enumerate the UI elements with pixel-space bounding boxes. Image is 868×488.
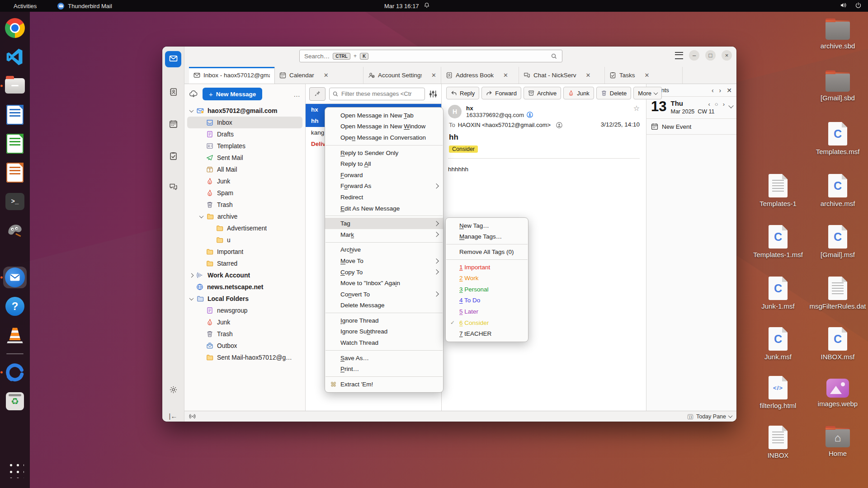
tag-item-new-tag-[interactable]: New Tag… xyxy=(446,220,528,231)
date-expand-chevron[interactable] xyxy=(728,103,733,108)
tab-close-icon[interactable]: ✕ xyxy=(503,72,508,79)
events-close-button[interactable]: ✕ xyxy=(726,87,732,94)
display-options-icon[interactable] xyxy=(429,89,438,99)
settings-gear-button[interactable] xyxy=(166,383,180,398)
app-menu-button[interactable] xyxy=(675,52,683,59)
menu-item-reply-to-sender-only[interactable]: Reply to Sender Only xyxy=(325,147,443,159)
desktop-icon-junk-msf[interactable]: CJunk.msf xyxy=(749,327,807,361)
chevron-down-icon[interactable] xyxy=(189,296,194,300)
events-prev-button[interactable]: ‹ xyxy=(712,87,714,94)
junk-button[interactable]: Junk xyxy=(563,87,594,99)
dock-item-terminal[interactable]: >_ xyxy=(3,191,27,212)
menu-item-mark[interactable]: Mark xyxy=(325,229,443,240)
menu-item-open-message-in-new-window[interactable]: Open Message in New Window xyxy=(325,121,443,132)
tab-close-icon[interactable]: ✕ xyxy=(586,72,591,79)
folder-item-archive[interactable]: archive xyxy=(187,211,302,222)
forward-button[interactable]: Forward xyxy=(481,87,521,99)
folder-item-news-netscape-net[interactable]: news.netscape.net xyxy=(187,281,302,293)
folder-item-work-account[interactable]: Work Account xyxy=(187,269,302,281)
desktop-icon--gmail-msf[interactable]: C[Gmail].msf xyxy=(808,225,867,258)
dock-item-appgrid[interactable] xyxy=(3,458,27,480)
contact-badge-icon[interactable] xyxy=(527,112,533,118)
date-prev-button[interactable]: ‹ xyxy=(708,101,710,108)
menu-item-save-as-[interactable]: Save As… xyxy=(325,352,443,364)
close-button[interactable]: × xyxy=(722,50,732,61)
collapse-spaces-button[interactable]: |← xyxy=(169,412,178,420)
menu-item-forward-as[interactable]: Forward As xyxy=(325,181,443,192)
tag-item-3-personal[interactable]: 3 Personal xyxy=(446,284,528,295)
menu-item-forward[interactable]: Forward xyxy=(325,169,443,181)
desktop-icon-junk-1-msf[interactable]: CJunk-1.msf xyxy=(749,277,807,310)
menu-item-watch-thread[interactable]: Watch Thread xyxy=(325,337,443,348)
filter-messages-input[interactable] xyxy=(329,88,425,100)
quick-filter-pin-button[interactable] xyxy=(309,87,326,101)
dock-item-help[interactable]: ? xyxy=(3,296,27,317)
folder-item-newsgroup[interactable]: newsgroup xyxy=(187,305,302,316)
folder-item-starred[interactable]: Starred xyxy=(187,258,302,269)
activities-button[interactable]: Activities xyxy=(14,3,37,9)
folder-item-all-mail[interactable]: All Mail xyxy=(187,164,302,175)
desktop-icon--gmail-sbd[interactable]: [Gmail].sbd xyxy=(808,70,867,102)
folder-item-junk[interactable]: Junk xyxy=(187,316,302,328)
menu-item-move-to-inbox-again[interactable]: Move to "Inbox" Again xyxy=(325,277,443,289)
space-address-book-button[interactable] xyxy=(166,85,180,100)
reply-button[interactable]: Reply xyxy=(446,87,479,99)
menu-item-print-[interactable]: Print… xyxy=(325,363,443,375)
tab-inbox-haox57012-gma[interactable]: Inbox - haox57012@gma xyxy=(189,67,275,84)
dock-item-impress[interactable] xyxy=(3,162,27,183)
date-next-button[interactable]: › xyxy=(723,101,725,108)
menu-item-delete-message[interactable]: Delete Message xyxy=(325,300,443,311)
today-pane-toggle[interactable]: 13 Today Pane xyxy=(687,413,732,420)
folder-item-u[interactable]: u xyxy=(187,234,302,246)
desktop-icon-templates-1[interactable]: Templates-1 xyxy=(749,174,807,207)
menu-item-extract-em-[interactable]: Extract 'Em! xyxy=(325,379,443,390)
desktop-icon-filterlog-html[interactable]: </>filterlog.html xyxy=(749,376,807,409)
folder-item-outbox[interactable]: Outbox xyxy=(187,340,302,352)
menu-item-convert-to[interactable]: Convert To xyxy=(325,289,443,300)
tag-item-7-teacher[interactable]: 7 tEACHER xyxy=(446,328,528,339)
global-search-input[interactable]: Search… CTRL + K xyxy=(299,50,562,62)
menu-item-copy-to[interactable]: Copy To xyxy=(325,267,443,278)
menu-item-redirect[interactable]: Redirect xyxy=(325,192,443,203)
new-message-button[interactable]: +New Message xyxy=(203,88,262,100)
tag-item-manage-tags-[interactable]: Manage Tags… xyxy=(446,231,528,243)
get-messages-icon[interactable] xyxy=(189,89,198,99)
tab-calendar[interactable]: Calendar✕ xyxy=(275,67,363,84)
new-event-button[interactable]: New Event xyxy=(646,119,736,135)
menu-item-open-message-in-conversation[interactable]: Open Message in Conversation xyxy=(325,132,443,143)
menu-item-edit-as-new-message[interactable]: Edit As New Message xyxy=(325,203,443,214)
focused-app-menu[interactable]: Thunderbird Mail xyxy=(57,3,112,9)
menu-item-ignore-subthread[interactable]: Ignore Subthread xyxy=(325,326,443,338)
dock-item-vscode[interactable] xyxy=(3,46,27,68)
dock-item-thunderbird[interactable] xyxy=(3,267,27,288)
tab-tasks[interactable]: Tasks✕ xyxy=(605,67,683,84)
tag-item-2-work[interactable]: 2 Work xyxy=(446,272,528,284)
menu-item-move-to[interactable]: Move To xyxy=(325,255,443,267)
tag-item-4-to-do[interactable]: 4 To Do xyxy=(446,295,528,306)
tag-item-1-important[interactable]: 1 Important xyxy=(446,262,528,273)
archive-button[interactable]: Archive xyxy=(524,87,561,99)
menu-item-reply-to-all[interactable]: Reply to All xyxy=(325,158,443,169)
dock-item-gimp[interactable] xyxy=(3,220,27,241)
desktop-icon-home[interactable]: ⌂Home xyxy=(808,426,867,457)
folder-item-templates[interactable]: Templates xyxy=(187,140,302,152)
folder-item-inbox[interactable]: Inbox xyxy=(187,117,302,128)
recipient-contact-icon[interactable] xyxy=(556,122,562,128)
clock[interactable]: Mar 13 16:17 xyxy=(384,0,430,12)
tab-close-icon[interactable]: ✕ xyxy=(431,72,436,79)
menu-item-tag[interactable]: Tag xyxy=(325,218,443,229)
menu-item-archive[interactable]: Archive xyxy=(325,244,443,256)
minimize-button[interactable]: – xyxy=(689,50,699,61)
desktop-icon-templates-1-msf[interactable]: CTemplates-1.msf xyxy=(749,225,807,258)
folder-item-trash[interactable]: Trash xyxy=(187,328,302,340)
desktop-icon-templates-msf[interactable]: CTemplates.msf xyxy=(808,122,867,155)
dock-item-files[interactable] xyxy=(3,75,27,97)
recipient[interactable]: HAOXIN <haox57012@gmail.com> xyxy=(458,122,551,128)
menu-item-ignore-thread[interactable]: Ignore Thread xyxy=(325,315,443,326)
chevron-right-icon[interactable] xyxy=(189,273,194,277)
space-mail-button[interactable] xyxy=(165,51,181,67)
tab-chat-nickserv[interactable]: Chat - NickServ✕ xyxy=(519,67,605,84)
chevron-down-icon[interactable] xyxy=(189,108,194,113)
network-status-icon[interactable] xyxy=(189,413,196,420)
tab-address-book[interactable]: Address Book✕ xyxy=(441,67,519,84)
